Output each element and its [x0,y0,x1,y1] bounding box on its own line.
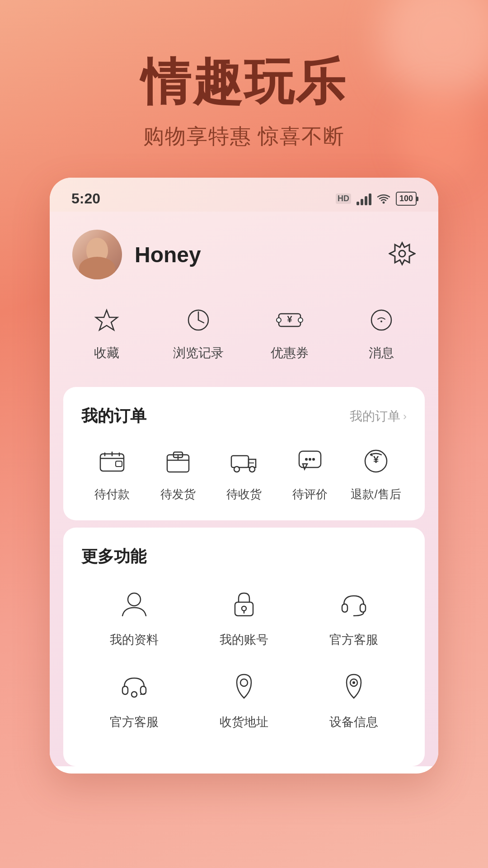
status-icons: HD 100 [336,192,417,206]
svg-rect-18 [231,456,249,467]
phone-mockup: 5:20 HD [50,178,438,774]
hero-subtitle: 购物享特惠 惊喜不断 [0,123,488,151]
settings-button[interactable] [389,240,416,269]
svg-point-29 [242,606,246,611]
feature-label-service1: 官方客服 [329,632,378,648]
feature-item-address[interactable]: 收货地址 [191,666,296,730]
nav-item-coupons[interactable]: ¥ 优惠券 [246,302,333,362]
orders-card: 我的订单 我的订单 › [63,387,425,520]
svg-rect-31 [342,604,347,612]
order-item-pending-review[interactable]: 待评价 [279,443,341,502]
order-item-pending-ship[interactable]: 待发货 [147,443,209,502]
feature-item-account[interactable]: 我的账号 [191,584,296,648]
wallet-icon [94,443,130,479]
order-label-pending-review: 待评价 [292,486,328,502]
settings-icon [389,240,416,267]
order-label-pending-receive: 待收货 [226,486,262,502]
svg-point-2 [399,250,405,257]
svg-rect-34 [141,686,146,694]
svg-point-35 [131,692,137,697]
svg-point-12 [380,321,382,322]
svg-point-23 [309,458,311,461]
svg-rect-14 [116,461,122,467]
feature-item-service1[interactable]: 官方客服 [301,584,407,648]
order-item-refund[interactable]: ¥ 退款/售后 [345,443,407,502]
orders-card-header: 我的订单 我的订单 › [81,405,407,427]
profile-left: Honey [72,230,201,279]
svg-point-36 [240,679,248,686]
order-label-pending-ship: 待发货 [160,486,196,502]
feature-label-account: 我的账号 [220,632,268,648]
svg-point-20 [249,467,255,472]
battery-icon: 100 [396,192,417,206]
bottom-spacer [81,730,407,748]
svg-point-22 [305,458,308,461]
svg-rect-32 [360,604,366,612]
signal-icon [357,193,371,205]
headset-icon [333,584,374,624]
status-bar: 5:20 HD [50,178,438,212]
svg-point-19 [234,467,239,472]
order-item-pending-pay[interactable]: 待付款 [81,443,143,502]
hero-section: 情趣玩乐 购物享特惠 惊喜不断 [0,0,488,178]
page-container: 情趣玩乐 购物享特惠 惊喜不断 5:20 HD [0,0,488,868]
order-label-pending-pay: 待付款 [94,486,130,502]
wifi-icon [377,193,390,205]
message-icon [363,302,399,338]
feature-item-profile[interactable]: 我的资料 [81,584,187,648]
svg-rect-13 [100,454,124,471]
feature-label-profile: 我的资料 [110,632,159,648]
truck-icon [226,443,262,479]
order-icons-list: 待付款 待发货 [81,443,407,502]
features-row-1: 我的资料 我的账号 [81,584,407,648]
clock-icon [180,302,216,338]
feature-label-address: 收货地址 [220,714,268,730]
svg-point-9 [298,318,303,322]
svg-point-24 [312,458,315,461]
svg-point-27 [128,593,141,606]
device-icon [333,666,374,707]
svg-rect-33 [122,686,128,694]
user-icon [114,584,155,624]
features-card-header: 更多功能 [81,546,407,568]
nav-item-messages[interactable]: 消息 [338,302,425,362]
package-icon [160,443,196,479]
orders-title: 我的订单 [81,405,146,427]
hero-title: 情趣玩乐 [0,54,488,109]
svg-marker-1 [389,243,415,264]
avatar[interactable] [72,230,122,279]
username: Honey [135,242,201,267]
more-features-card: 更多功能 我的资料 [63,528,425,766]
nav-label-history: 浏览记录 [173,344,224,362]
star-icon [89,302,125,338]
svg-point-0 [382,201,385,203]
feature-item-device[interactable]: 设备信息 [301,666,407,730]
svg-text:¥: ¥ [373,454,379,465]
order-item-pending-receive[interactable]: 待收货 [213,443,275,502]
feature-label-service2: 官方客服 [110,714,159,730]
svg-rect-28 [235,602,253,616]
svg-point-38 [352,681,355,684]
nav-item-favorites[interactable]: 收藏 [63,302,150,362]
headset2-icon [114,666,155,707]
quick-nav: 收藏 浏览记录 [50,293,438,380]
feature-item-service2[interactable]: 官方客服 [81,666,187,730]
location-icon [224,666,264,707]
chevron-right-icon: › [403,410,407,423]
orders-link[interactable]: 我的订单 › [350,408,407,425]
features-title: 更多功能 [81,546,146,568]
feature-label-device: 设备信息 [329,714,378,730]
order-label-refund: 退款/售后 [351,486,401,502]
lock-icon [224,584,264,624]
profile-header: Honey [50,212,438,293]
svg-marker-3 [96,310,117,330]
nav-item-history[interactable]: 浏览记录 [155,302,242,362]
nav-label-favorites: 收藏 [94,344,119,362]
features-grid: 我的资料 我的账号 [81,584,407,730]
status-time: 5:20 [71,190,100,207]
svg-point-11 [371,310,391,330]
svg-text:¥: ¥ [287,314,293,324]
svg-point-8 [277,318,281,322]
svg-line-6 [198,320,204,323]
coupon-icon: ¥ [272,302,308,338]
